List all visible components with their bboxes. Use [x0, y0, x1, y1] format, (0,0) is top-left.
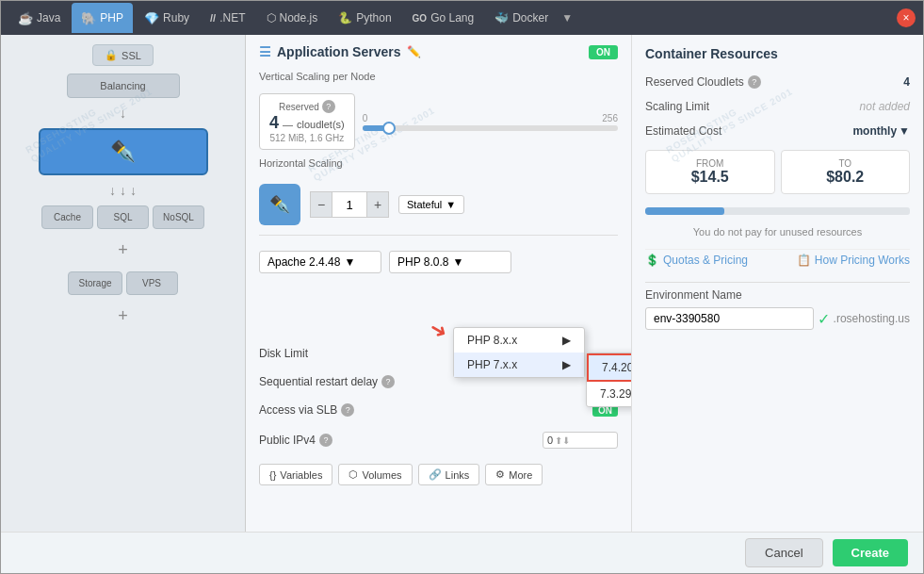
php8xx-item[interactable]: PHP 8.x.x ▶	[454, 328, 584, 353]
php8xx-label: PHP 8.x.x	[467, 334, 517, 347]
right-panel: RoseHostingQUALITY VPS SINCE 2001 Contai…	[631, 35, 923, 532]
php-version-dropdown: PHP 8.x.x ▶ PHP 7.x.x ▶ 7.4.20 7.3.29	[453, 327, 585, 378]
slider-max: 256	[602, 113, 618, 123]
access-slb-label-group: Access via SLB ?	[259, 403, 354, 417]
php-7420-item[interactable]: 7.4.20	[587, 353, 631, 382]
cloudlet-unit-text: cloudlet(s)	[297, 119, 345, 130]
php-server-main[interactable]: ✒️	[39, 128, 208, 175]
arrow-right: ↓	[130, 183, 137, 198]
php-version-select[interactable]: PHP 8.0.8 ▼	[389, 251, 511, 273]
disk-limit-label-group: Disk Limit	[259, 347, 308, 360]
ipv4-stepper-icon[interactable]: ⬆⬇	[555, 435, 570, 446]
links-label: Links	[446, 469, 470, 481]
vertical-slider-container: 0 256	[363, 113, 618, 131]
more-label: More	[509, 469, 532, 481]
public-ipv4-label-group: Public IPv4 ?	[259, 434, 332, 447]
links-button[interactable]: 🔗 Links	[418, 464, 480, 485]
env-name-input[interactable]	[645, 307, 814, 330]
nav-item-docker[interactable]: 🐳 Docker	[485, 3, 558, 33]
nav-label-php: PHP	[100, 11, 123, 25]
sequential-help-icon[interactable]: ?	[381, 375, 395, 388]
monthly-link[interactable]: monthly ▼	[852, 124, 910, 138]
nav-item-ruby[interactable]: 💎 Ruby	[135, 3, 199, 33]
nav-item-go[interactable]: GO Go Lang	[403, 3, 484, 33]
balancing-label: Balancing	[100, 80, 145, 91]
reserved-label-row: Reserved ?	[279, 100, 335, 113]
storage-label: Storage	[78, 278, 111, 288]
sequential-restart-label: Sequential restart delay	[259, 375, 378, 388]
unused-resources-text: You do not pay for unused resources	[645, 226, 910, 238]
menu-icon: ☰	[259, 44, 271, 59]
php7xx-item[interactable]: PHP 7.x.x ▶ 7.4.20 7.3.29	[454, 353, 584, 377]
close-button[interactable]: ×	[897, 8, 916, 27]
cost-progress-bar	[645, 207, 910, 215]
counter-value: 1	[332, 191, 366, 218]
public-ipv4-help-icon[interactable]: ?	[319, 434, 332, 447]
reserved-cloudlets-text: Reserved Cloudlets	[645, 75, 744, 89]
add-node-button[interactable]: +	[118, 240, 128, 260]
slider-track[interactable]	[363, 125, 618, 131]
slider-min: 0	[363, 113, 368, 123]
edit-pencil-icon[interactable]: ✏️	[407, 45, 421, 58]
slider-thumb[interactable]	[382, 122, 396, 135]
cancel-button[interactable]: Cancel	[745, 538, 822, 567]
to-price: $80.2	[789, 169, 902, 186]
balancing-box[interactable]: Balancing	[67, 74, 180, 98]
add-storage-button[interactable]: +	[118, 306, 128, 326]
nav-item-java[interactable]: ☕ Java	[8, 3, 70, 33]
nosql-label: NoSQL	[163, 212, 194, 222]
nav-label-docker: Docker	[512, 11, 548, 25]
action-buttons-row: {} Variables ⬡ Volumes 🔗 Links ⚙ More	[259, 464, 618, 485]
reserved-help-icon[interactable]: ?	[322, 100, 335, 113]
more-button[interactable]: ⚙ More	[485, 464, 543, 485]
php-chevron-icon: ▼	[452, 255, 463, 269]
panel-header: ☰ Application Servers ✏️ ON	[259, 44, 618, 59]
nosql-box[interactable]: NoSQL	[153, 205, 204, 229]
price-cards: FROM $14.5 TO $80.2	[645, 150, 910, 194]
bottom-bar: Cancel Create	[1, 532, 923, 573]
access-slb-help-icon[interactable]: ?	[341, 403, 354, 417]
nav-item-net[interactable]: // .NET	[201, 3, 254, 33]
cloudlets-label: —	[283, 119, 293, 130]
counter-decrease-button[interactable]: −	[310, 191, 332, 218]
storage-box[interactable]: Storage	[68, 271, 122, 295]
version-row: Apache 2.4.48 ▼ PHP 8.0.8 ▼	[259, 245, 618, 279]
container-resources-title: Container Resources	[645, 46, 910, 61]
scaling-limit-label: Scaling Limit	[645, 100, 709, 113]
nav-item-python[interactable]: 🐍 Python	[329, 3, 400, 33]
volumes-button[interactable]: ⬡ Volumes	[338, 464, 412, 485]
to-price-card: TO $80.2	[781, 150, 911, 194]
close-icon: ×	[902, 11, 909, 25]
cache-box[interactable]: Cache	[41, 205, 93, 229]
cloudlets-help-icon[interactable]: ?	[748, 75, 761, 89]
nav-item-php[interactable]: 🐘 PHP	[72, 3, 133, 33]
vertical-scaling-label: Vertical Scaling per Node	[259, 71, 618, 82]
stateful-chevron-icon: ▼	[446, 199, 456, 210]
app-servers-title: Application Servers	[277, 44, 401, 59]
php-7329-label: 7.3.29	[600, 387, 631, 401]
public-ipv4-input[interactable]: 0 ⬆⬇	[543, 432, 618, 449]
content-area: RoseHostingQUALITY VPS SINCE 2001 🔒 SSL …	[1, 35, 923, 532]
more-nav-icon[interactable]: ▼	[561, 11, 573, 25]
quotas-pricing-link[interactable]: 💲 Quotas & Pricing	[645, 254, 748, 267]
stateful-select[interactable]: Stateful ▼	[398, 195, 464, 214]
apache-version-select[interactable]: Apache 2.4.48 ▼	[259, 251, 381, 273]
php-7329-item[interactable]: 7.3.29	[587, 382, 631, 406]
variables-button[interactable]: {} Variables	[259, 464, 332, 485]
env-section: Environment Name ✓ .rosehosting.us	[645, 282, 910, 330]
slider-labels: 0 256	[363, 113, 618, 123]
stateful-label: Stateful	[407, 199, 442, 210]
quotas-pricing-row: 💲 Quotas & Pricing 📋 How Pricing Works	[645, 249, 910, 271]
sequential-restart-label-group: Sequential restart delay ?	[259, 375, 395, 388]
nav-item-nodejs[interactable]: ⬡ Node.js	[257, 3, 328, 33]
sql-box[interactable]: SQL	[97, 205, 149, 229]
counter-increase-button[interactable]: +	[366, 191, 389, 218]
nav-bar: ☕ Java 🐘 PHP 💎 Ruby // .NET ⬡ Node.js 🐍 …	[1, 1, 923, 35]
how-pricing-works-link[interactable]: 📋 How Pricing Works	[797, 254, 910, 267]
create-button[interactable]: Create	[833, 539, 908, 566]
variables-icon: {}	[269, 469, 276, 481]
ssl-box[interactable]: 🔒 SSL	[92, 44, 154, 66]
app-servers-toggle[interactable]: ON	[589, 45, 618, 59]
php7xx-label: PHP 7.x.x	[467, 358, 517, 371]
vps-box[interactable]: VPS	[126, 271, 178, 295]
